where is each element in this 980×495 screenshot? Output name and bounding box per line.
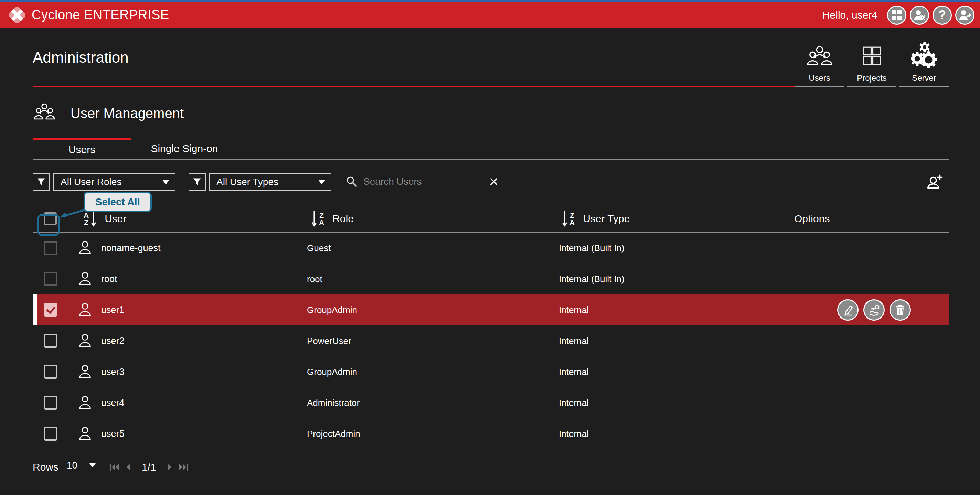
user-management-icon xyxy=(33,103,56,121)
type-filter-value: All User Types xyxy=(216,176,278,187)
user-avatar-icon xyxy=(77,271,93,287)
user-type: Internal xyxy=(558,336,589,346)
column-header-role[interactable]: Role xyxy=(332,213,354,225)
brand-title: Cyclone ENTERPRISE xyxy=(32,8,169,22)
prev-page-button[interactable] xyxy=(125,463,132,471)
cyclone-enterprise-app: Cyclone ENTERPRISE Hello, user4 xyxy=(0,0,980,495)
last-page-icon xyxy=(178,463,188,471)
rows-per-page-select[interactable]: 10 xyxy=(65,460,97,474)
role-filter-select[interactable]: All User Roles xyxy=(53,173,175,191)
admin-underline xyxy=(33,86,798,87)
type-filter-button[interactable] xyxy=(189,173,206,190)
user-name: user4 xyxy=(101,398,124,408)
nav-tile-label: Users xyxy=(809,73,830,83)
cyclone-logo-icon xyxy=(9,7,25,24)
delete-user-button[interactable] xyxy=(889,299,911,320)
user-avatar-icon xyxy=(77,240,93,256)
tabs: Users Single Sign-on xyxy=(33,138,238,160)
help-button[interactable]: ? xyxy=(932,5,952,25)
table-row[interactable]: user5 ProjectAdmin Internal xyxy=(33,418,949,449)
table-row[interactable]: noname-guest Guest Internal (Built In) xyxy=(33,233,949,263)
pencil-icon xyxy=(842,304,854,316)
search-input[interactable] xyxy=(363,176,484,187)
chevron-down-icon xyxy=(162,180,169,184)
select-all-callout-label: Select All xyxy=(95,197,140,208)
user-role: ProjectAdmin xyxy=(306,428,360,439)
row-checkbox[interactable] xyxy=(44,272,57,286)
row-checkbox[interactable] xyxy=(44,396,57,410)
next-page-button[interactable] xyxy=(167,463,173,471)
sort-desc-icon[interactable]: ZA xyxy=(312,210,324,228)
user-type: Internal xyxy=(558,305,589,316)
row-checkbox[interactable] xyxy=(44,334,57,348)
user-role: root xyxy=(306,274,323,284)
apps-grid-button[interactable] xyxy=(887,5,906,25)
tab-single-sign-on[interactable]: Single Sign-on xyxy=(131,138,238,160)
nav-tile-projects[interactable]: Projects xyxy=(847,38,896,87)
table-row[interactable]: root root Internal (Built In) xyxy=(33,263,949,295)
row-checkbox[interactable] xyxy=(44,427,57,441)
pagination-bar: Rows 10 1/1 xyxy=(33,457,188,477)
help-icon: ? xyxy=(939,9,946,21)
tabs-baseline xyxy=(33,159,949,160)
user-settings-icon xyxy=(913,9,926,21)
user-name: user1 xyxy=(101,305,124,316)
user-settings-button[interactable] xyxy=(910,5,929,25)
sign-out-button[interactable] xyxy=(955,5,975,25)
table-row[interactable]: user4 Administrator Internal xyxy=(33,387,949,418)
first-page-button[interactable] xyxy=(110,463,120,471)
table-row[interactable]: user1 GroupAdmin Internal xyxy=(33,295,949,325)
funnel-icon xyxy=(192,176,203,187)
user-avatar-icon xyxy=(77,364,93,380)
edit-user-button[interactable] xyxy=(837,299,859,320)
user-type: Internal (Built In) xyxy=(558,274,625,284)
table-body: noname-guest Guest Internal (Built In) xyxy=(33,233,949,449)
password-key-button[interactable] xyxy=(863,299,885,320)
nav-tile-server[interactable]: Server xyxy=(899,38,949,87)
user-type: Internal (Built In) xyxy=(558,243,625,254)
search-box xyxy=(345,173,499,191)
nav-tile-users[interactable]: Users xyxy=(795,38,844,87)
chevron-down-icon xyxy=(89,463,95,468)
rows-per-page-value: 10 xyxy=(67,460,78,471)
apps-grid-icon xyxy=(892,10,902,20)
row-checkbox[interactable] xyxy=(44,303,57,317)
sort-desc-icon[interactable]: ZA xyxy=(562,210,575,228)
user-avatar-icon xyxy=(77,333,93,349)
row-checkbox[interactable] xyxy=(44,241,57,255)
clear-search-icon[interactable] xyxy=(489,177,499,186)
table-row[interactable]: user2 PowerUser Internal xyxy=(33,325,949,356)
role-filter-value: All User Roles xyxy=(60,176,121,187)
users-group-icon xyxy=(805,38,834,73)
page-title: Administration xyxy=(33,49,129,66)
user-type: Internal xyxy=(558,367,589,378)
section-title: User Management xyxy=(70,106,184,121)
user-avatar-icon xyxy=(77,302,93,318)
column-header-user[interactable]: User xyxy=(105,213,126,225)
user-role: PowerUser xyxy=(306,336,351,346)
last-page-button[interactable] xyxy=(178,463,188,471)
users-table: Select All AZ User xyxy=(33,206,949,449)
greeting-text: Hello, user4 xyxy=(822,9,877,21)
tab-users[interactable]: Users xyxy=(33,138,131,160)
user-role: GroupAdmin xyxy=(306,367,357,378)
add-user-icon xyxy=(924,172,945,192)
user-name: root xyxy=(101,274,117,284)
user-name: user3 xyxy=(101,367,124,378)
table-row[interactable]: user3 GroupAdmin Internal xyxy=(33,356,949,387)
appbar: Cyclone ENTERPRISE Hello, user4 xyxy=(0,2,980,28)
role-filter-button[interactable] xyxy=(33,173,50,190)
add-user-button[interactable] xyxy=(924,172,945,192)
column-header-user-type[interactable]: User Type xyxy=(583,213,630,225)
user-role: Administrator xyxy=(306,398,360,408)
table-header-row: AZ User ZA Role xyxy=(33,206,949,233)
row-checkbox[interactable] xyxy=(44,365,57,379)
rows-per-page-label: Rows xyxy=(33,461,59,473)
first-page-icon xyxy=(110,463,120,471)
search-icon xyxy=(345,175,358,188)
next-page-icon xyxy=(167,463,173,471)
type-filter-select[interactable]: All User Types xyxy=(209,173,331,191)
trash-icon xyxy=(894,304,906,316)
user-name: user5 xyxy=(101,428,124,439)
select-all-callout: Select All xyxy=(84,192,152,212)
